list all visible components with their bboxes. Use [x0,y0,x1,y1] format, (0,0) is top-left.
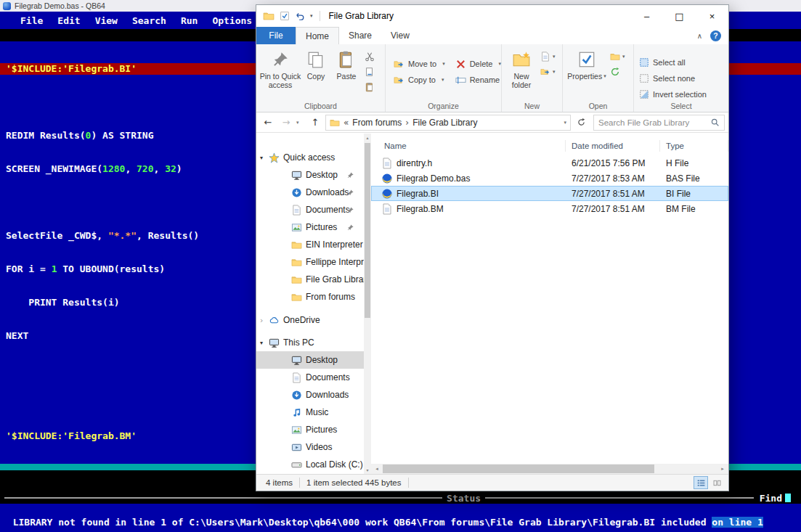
scroll-left-icon[interactable]: ◂ [371,466,383,472]
qb64-menu-view[interactable]: View [95,15,118,26]
scrollbar-thumb[interactable] [365,143,370,318]
refresh-button[interactable] [573,115,589,131]
nav-pc-music[interactable]: Music [256,404,364,421]
nav-pc-documents[interactable]: Documents [256,369,364,386]
nav-onedrive[interactable]: › OneDrive [256,311,364,329]
paste-shortcut-button[interactable] [362,79,377,94]
paste-button[interactable]: Paste [330,46,362,81]
move-to-button[interactable]: Move to [389,56,450,72]
nav-pc-downloads[interactable]: Downloads [256,386,364,404]
search-icon[interactable] [710,118,720,127]
copy-path-icon [365,67,375,77]
nav-item-desktop[interactable]: Desktop [256,166,364,184]
address-box[interactable]: « From forums › File Grab Library ▾ [325,115,571,131]
copy-path-button[interactable] [362,64,377,79]
recent-locations-chevron[interactable]: ▾ [296,120,305,126]
back-button[interactable]: ← [260,115,276,131]
nav-item-pictures[interactable]: Pictures [256,218,364,236]
nav-item-fellippe-interpreter[interactable]: Fellippe Interpre [256,253,364,271]
nav-item-from-forums[interactable]: From forums [256,288,364,306]
rename-button[interactable]: Rename [450,72,506,88]
file-row-filegrab-bm[interactable]: Filegrab.BM 7/27/2017 8:51 AM BM File [371,201,728,216]
maximize-button[interactable]: □ [663,5,696,27]
nav-item-ein-interpreter[interactable]: EIN Interpreter [256,236,364,253]
qat-separator [320,11,320,21]
select-all-button[interactable]: Select all [634,54,728,70]
new-folder-button[interactable]: New folder [505,46,538,89]
address-dropdown-chevron[interactable]: ▾ [564,120,566,126]
nav-quick-access[interactable]: ▾ Quick access [256,149,364,166]
qb64-menu-run[interactable]: Run [181,15,198,26]
search-box[interactable] [593,115,725,131]
open-button[interactable] [608,49,627,64]
details-view-button[interactable] [694,476,708,489]
column-header-date-modified[interactable]: Date modified [566,140,660,152]
scroll-down-icon[interactable]: ▾ [364,467,371,472]
nav-scrollbar[interactable]: ▴ ▾ [364,134,371,474]
properties-button[interactable]: Properties▾ [566,46,608,81]
qb64-window-title: Filegrab Demo.bas - QB64 [15,1,105,10]
cut-icon [365,52,375,62]
tab-view[interactable]: View [381,27,419,44]
qb64-menu-edit[interactable]: Edit [57,15,80,26]
up-button[interactable]: ↑ [307,115,323,131]
copy-to-button[interactable]: Copy to [389,72,450,88]
details-view-icon [696,478,706,488]
ribbon-tab-bar: File Home Share View ∧ ? [256,27,728,44]
cut-button[interactable] [362,49,377,64]
ribbon-collapse-chevron[interactable]: ∧ [697,32,702,40]
file-row-direntry-h[interactable]: direntry.h 6/21/2015 7:56 PM H File [371,155,728,171]
select-none-button[interactable]: Select none [634,70,728,86]
column-header-name[interactable]: Name [371,140,566,152]
copy-button[interactable]: Copy [301,46,330,81]
find-cursor-block [785,494,791,502]
nav-item-documents[interactable]: Documents [256,201,364,218]
explorer-titlebar[interactable]: ▾ File Grab Library – □ × [256,5,728,27]
forward-button[interactable]: → [278,115,294,131]
help-icon[interactable]: ? [710,30,721,41]
scroll-up-icon[interactable]: ▴ [364,135,371,140]
qb64-file-icon [381,188,393,200]
copy-to-icon [394,75,404,86]
new-item-button[interactable] [538,49,558,64]
file-row-filegrab-demo-bas[interactable]: Filegrab Demo.bas 7/27/2017 8:53 AM BAS … [371,171,728,186]
qat-undo-icon[interactable] [295,11,305,21]
minimize-button[interactable]: – [630,5,663,27]
nav-pc-videos[interactable]: Videos [256,438,364,456]
nav-pc-pictures[interactable]: Pictures [256,421,364,438]
breadcrumb-overflow-chevron[interactable]: « [343,118,349,128]
expand-chevron-icon[interactable]: ▾ [260,340,269,346]
easy-access-button[interactable] [538,64,558,79]
tab-file[interactable]: File [256,27,296,44]
nav-this-pc[interactable]: ▾ This PC [256,334,364,351]
invert-selection-button[interactable]: Invert selection [634,86,728,102]
qb64-menu-file[interactable]: File [20,15,43,26]
column-headers: Name Date modified Type [371,134,728,155]
thumbnails-view-button[interactable] [709,476,724,489]
search-input[interactable] [598,118,710,127]
qb64-menu-options[interactable]: Options [212,15,252,26]
collapsed-chevron-icon[interactable]: › [260,316,269,325]
nav-item-downloads[interactable]: Downloads [256,184,364,201]
scrollbar-thumb[interactable] [383,465,654,473]
pin-to-quick-access-button[interactable]: Pin to Quick access [259,46,301,89]
nav-pc-desktop[interactable]: Desktop [256,351,364,369]
history-button[interactable] [608,64,627,79]
tab-share[interactable]: Share [339,27,381,44]
nav-item-file-grab-library[interactable]: File Grab Library [256,271,364,288]
expand-chevron-icon[interactable]: ▾ [260,155,269,161]
qat-customize-chevron[interactable]: ▾ [310,13,313,19]
qat-properties-icon[interactable] [280,11,290,21]
breadcrumb-from-forums[interactable]: From forums [352,118,402,128]
close-button[interactable]: × [696,5,728,27]
breadcrumb-current[interactable]: File Grab Library [412,118,477,128]
tab-home[interactable]: Home [296,27,339,44]
horizontal-scrollbar[interactable]: ◂ ▸ [371,464,728,474]
delete-button[interactable]: Delete [450,56,506,72]
qb64-menu-search[interactable]: Search [132,15,166,26]
file-row-filegrab-bi-selected[interactable]: Filegrab.BI 7/27/2017 8:51 AM BI File [371,186,728,201]
quick-access-star-icon [269,152,280,163]
scroll-right-icon[interactable]: ▸ [717,466,728,472]
nav-pc-local-disk[interactable]: Local Disk (C:) [256,456,364,473]
column-header-type[interactable]: Type [660,140,728,152]
